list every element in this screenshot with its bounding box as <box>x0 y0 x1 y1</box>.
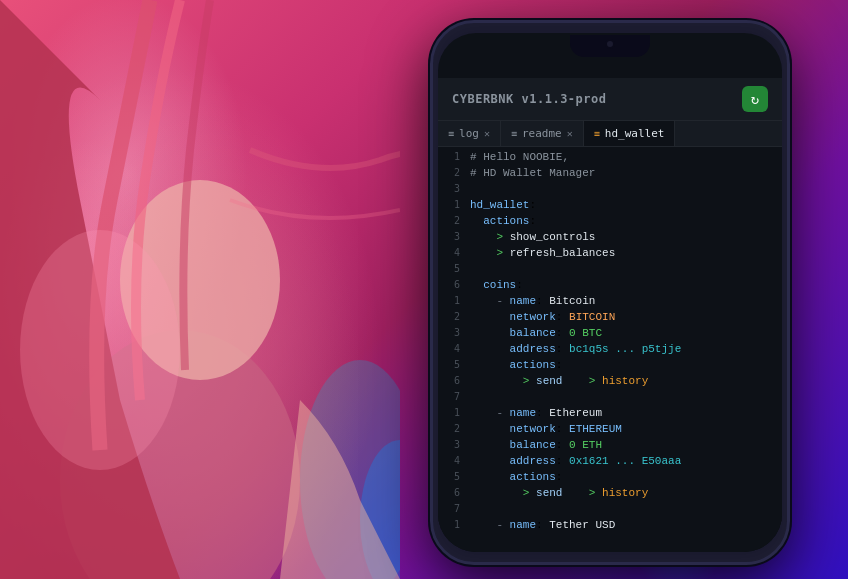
phone-camera <box>605 39 615 49</box>
code-line: 2 # HD Wallet Manager <box>438 167 782 183</box>
tab-hd-wallet-label: hd_wallet <box>605 127 665 140</box>
svg-point-4 <box>20 230 180 470</box>
phone-body: CYBERBNK v1.1.3-prod ↻ ≡ log ✕ ≡ readme … <box>430 20 790 565</box>
code-line: 7 <box>438 391 782 407</box>
editor: CYBERBNK v1.1.3-prod ↻ ≡ log ✕ ≡ readme … <box>438 78 782 552</box>
code-line: 4 address: 0x1621 ... E50aaa <box>438 455 782 471</box>
hd-wallet-section: 1 hd_wallet: 2 actions: 3 > show_control… <box>438 199 782 295</box>
tab-readme-close[interactable]: ✕ <box>567 128 573 139</box>
ethereum-actions-line: 6 > send > history <box>438 487 782 503</box>
code-line: 1 - name: Bitcoin <box>438 295 782 311</box>
code-line: 1 # Hello NOOBIE, <box>438 151 782 167</box>
code-line: 3 <box>438 183 782 199</box>
titlebar: CYBERBNK v1.1.3-prod ↻ <box>438 78 782 121</box>
code-line: 3 balance: 0 BTC <box>438 327 782 343</box>
phone: CYBERBNK v1.1.3-prod ↻ ≡ log ✕ ≡ readme … <box>430 20 790 565</box>
preamble-section: 1 # Hello NOOBIE, 2 # HD Wallet Manager … <box>438 151 782 199</box>
code-line: 2 network: ETHEREUM <box>438 423 782 439</box>
tab-log-label: log <box>459 127 479 140</box>
tether-section: 1 - name: Tether USD <box>438 519 782 535</box>
log-tab-icon: ≡ <box>448 128 454 139</box>
ethereum-section: 1 - name: Ethereum 2 network: ETHEREUM 3… <box>438 407 782 519</box>
code-line: 1 - name: Ethereum <box>438 407 782 423</box>
phone-notch <box>570 35 650 57</box>
hd-wallet-tab-icon: ≡ <box>594 128 600 139</box>
code-line: 4 > refresh_balances <box>438 247 782 263</box>
tab-readme[interactable]: ≡ readme ✕ <box>501 121 584 146</box>
code-line: 5 actions: <box>438 471 782 487</box>
code-line: 1 - name: Tether USD <box>438 519 782 535</box>
tab-log[interactable]: ≡ log ✕ <box>438 121 501 146</box>
code-line: 3 > show_controls <box>438 231 782 247</box>
phone-screen: CYBERBNK v1.1.3-prod ↻ ≡ log ✕ ≡ readme … <box>438 33 782 552</box>
bitcoin-section: 1 - name: Bitcoin 2 network: BITCOIN 3 b… <box>438 295 782 407</box>
tab-hd-wallet[interactable]: ≡ hd_wallet <box>584 121 676 146</box>
code-line: 1 hd_wallet: <box>438 199 782 215</box>
code-line: 2 network: BITCOIN <box>438 311 782 327</box>
tab-log-close[interactable]: ✕ <box>484 128 490 139</box>
code-line: 3 balance: 0 ETH <box>438 439 782 455</box>
code-editor[interactable]: 1 # Hello NOOBIE, 2 # HD Wallet Manager … <box>438 147 782 552</box>
code-line: 4 address: bc1q5s ... p5tjje <box>438 343 782 359</box>
code-line: 5 <box>438 263 782 279</box>
refresh-button[interactable]: ↻ <box>742 86 768 112</box>
background-person <box>0 0 400 579</box>
code-line: 7 <box>438 503 782 519</box>
code-line: 5 actions: <box>438 359 782 375</box>
tabs-bar: ≡ log ✕ ≡ readme ✕ ≡ hd_wallet <box>438 121 782 147</box>
code-line: 2 actions: <box>438 215 782 231</box>
app-title: CYBERBNK v1.1.3-prod <box>452 92 607 106</box>
bitcoin-actions-line: 6 > send > history <box>438 375 782 391</box>
code-line: 6 coins: <box>438 279 782 295</box>
tab-readme-label: readme <box>522 127 562 140</box>
readme-tab-icon: ≡ <box>511 128 517 139</box>
